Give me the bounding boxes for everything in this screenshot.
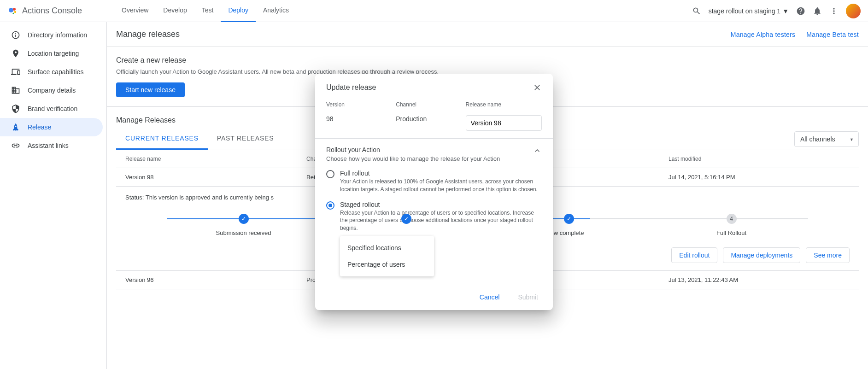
radio-icon [326, 201, 334, 210]
step-3-dot: ✓ [564, 214, 574, 224]
step-2-dot: ✓ [401, 214, 411, 224]
cancel-button[interactable]: Cancel [472, 290, 507, 305]
full-rollout-option[interactable]: Full rollout Your Action is released to … [326, 170, 542, 193]
step-1-dot: ✓ [239, 214, 249, 224]
close-icon[interactable] [533, 83, 542, 92]
rollout-type-menu: Specified locations Percentage of users [340, 236, 434, 276]
dialog-scrim: Update release Version 98 Channel Produc… [0, 0, 868, 369]
step-4-dot: 4 [727, 214, 737, 224]
dialog-title: Update release [326, 83, 376, 92]
menu-item-locations[interactable]: Specified locations [340, 240, 434, 256]
release-name-input[interactable] [466, 115, 542, 131]
staged-rollout-title: Staged rollout [340, 201, 542, 208]
channel-value: Production [396, 115, 454, 123]
rollout-section-header[interactable]: Rollout your Action Choose how you would… [326, 146, 542, 162]
rollout-subtitle: Choose how you would like to manage the … [326, 155, 500, 162]
progress-tracker: ✓ ✓ ✓ 4 [162, 214, 813, 224]
full-rollout-desc: Your Action is released to 100% of Googl… [340, 178, 542, 193]
chevron-up-icon [533, 146, 542, 155]
menu-item-percentage[interactable]: Percentage of users [340, 256, 434, 273]
rollout-title: Rollout your Action [326, 146, 500, 153]
submit-button[interactable]: Submit [510, 290, 545, 305]
update-release-dialog: Update release Version 98 Channel Produc… [315, 74, 553, 310]
full-rollout-title: Full rollout [340, 170, 542, 177]
radio-icon [326, 170, 334, 178]
version-value: 98 [326, 115, 385, 123]
version-label: Version [326, 101, 385, 108]
release-name-label: Release name [466, 101, 542, 108]
channel-label: Channel [396, 101, 454, 108]
